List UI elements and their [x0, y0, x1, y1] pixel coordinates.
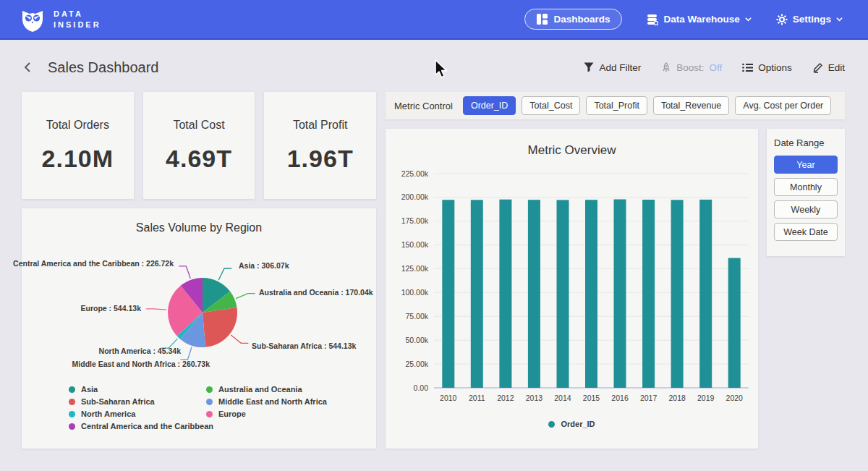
x-tick-label: 2020: [726, 394, 744, 402]
pie-legend-item-middle-east-and-north-africa[interactable]: Middle East and North Africa: [206, 397, 327, 406]
bar-chart-title: Metric Overview: [386, 129, 758, 158]
pie-label-sub-saharan-africa: Sub-Saharan Africa : 544.13k: [252, 341, 356, 350]
pie-legend-item-central-america-and-the-caribbean[interactable]: Central America and the Caribbean: [69, 422, 213, 430]
metric-chip-avg-cost-per-order[interactable]: Avg. Cost per Order: [735, 96, 831, 115]
brand-text: DATA INSIDER: [54, 9, 101, 30]
legend-dot: [206, 411, 213, 417]
bar-2015[interactable]: [585, 200, 597, 388]
pie-label-middle-east-north-africa: Middle East and North Africa : 260.73k: [72, 360, 210, 368]
metric-control-strip: Metric Control Order_ID Total_Cost Total…: [386, 92, 845, 119]
legend-label: North America: [81, 410, 135, 418]
bar-2017[interactable]: [642, 200, 655, 388]
legend-label: Australia and Oceania: [218, 385, 302, 394]
metric-overview-card: Metric Overview 0.0025.00k50.00k75.00k10…: [386, 129, 758, 449]
brand-line1: DATA: [54, 9, 101, 20]
date-range-weekly-button[interactable]: Weekly: [774, 200, 838, 218]
kpi-total-profit: Total Profit 1.96T: [264, 92, 376, 199]
pie-slice-north-america[interactable]: [177, 313, 203, 339]
y-tick-label: 100.00k: [401, 288, 429, 297]
pie-slice-europe[interactable]: [168, 286, 203, 336]
y-tick-label: 225.00k: [401, 169, 429, 178]
y-tick-label: 0.00: [414, 383, 429, 392]
kpi-label: Total Orders: [46, 119, 109, 132]
settings-menu[interactable]: Settings: [776, 14, 843, 25]
sales-volume-by-region-card: Sales Volume by Region Central America a…: [22, 208, 376, 449]
data-warehouse-label: Data Warehouse: [663, 14, 739, 25]
x-tick-label: 2017: [640, 394, 658, 402]
rocket-icon: [661, 62, 671, 73]
metric-chip-order-id[interactable]: Order_ID: [463, 96, 516, 115]
kpi-label: Total Cost: [173, 119, 224, 132]
bar-2014[interactable]: [557, 200, 569, 388]
pie-legend-item-europe[interactable]: Europe: [206, 410, 327, 418]
legend-dot: [69, 411, 75, 417]
back-chevron-icon[interactable]: [22, 61, 35, 74]
pie-slice-sub-saharan-africa[interactable]: [203, 307, 237, 347]
pie-slice-central-america-and-the-caribbean[interactable]: [181, 278, 203, 313]
brand: DATA INSIDER: [20, 7, 101, 33]
legend-dot: [69, 399, 75, 405]
options-button[interactable]: Options: [742, 62, 792, 73]
pie-legend-item-north-america[interactable]: North America: [69, 410, 213, 418]
database-icon: [647, 14, 658, 25]
kpi-row: Total Orders 2.10M Total Cost 4.69T Tota…: [22, 92, 376, 199]
pie-leader-central-america-and-the-caribbean: [179, 266, 190, 279]
bar-2019[interactable]: [699, 200, 712, 388]
pie-label-europe: Europe : 544.13k: [81, 304, 141, 313]
chevron-down-icon: [836, 16, 843, 22]
legend-dot: [69, 423, 75, 430]
data-warehouse-menu[interactable]: Data Warehouse: [647, 14, 751, 25]
dashboards-button[interactable]: Dashboards: [524, 9, 622, 30]
pie-slice-australia-and-oceania[interactable]: [203, 292, 237, 313]
bar-chart: 0.0025.00k50.00k75.00k100.00k125.00k150.…: [389, 164, 754, 418]
metric-control-label: Metric Control: [394, 101, 453, 111]
bar-2020[interactable]: [728, 258, 741, 388]
bar-2012[interactable]: [499, 200, 511, 388]
boost-label: Boost:: [676, 62, 704, 73]
pie-leader-australia-and-oceania: [236, 294, 255, 299]
x-tick-label: 2016: [611, 394, 629, 402]
boost-toggle[interactable]: Boost: Off: [661, 62, 722, 73]
chevron-down-icon: [745, 16, 752, 22]
dashboard-grid-icon: [537, 14, 548, 25]
bar-chart-legend: Order_ID: [386, 420, 758, 428]
x-tick-label: 2015: [583, 394, 600, 402]
add-filter-button[interactable]: Add Filter: [584, 62, 641, 73]
kpi-value: 4.69T: [166, 145, 232, 173]
legend-dot: [69, 386, 75, 393]
edit-pencil-icon: [812, 62, 823, 73]
pie-legend-item-australia-and-oceania[interactable]: Australia and Oceania: [206, 385, 327, 394]
y-tick-label: 150.00k: [401, 240, 429, 249]
edit-button[interactable]: Edit: [812, 62, 845, 73]
pie-slice-asia[interactable]: [203, 278, 230, 313]
x-tick-label: 2018: [668, 394, 686, 402]
metric-chip-total-profit[interactable]: Total_Profit: [586, 96, 647, 115]
pie-legend-item-asia[interactable]: Asia: [69, 385, 213, 394]
y-tick-label: 50.00k: [405, 336, 428, 344]
bar-2016[interactable]: [614, 200, 626, 389]
pie-slice-middle-east-and-north-africa[interactable]: [180, 313, 205, 347]
date-range-monthly-button[interactable]: Monthly: [774, 178, 838, 196]
pie-leader-europe: [146, 309, 166, 310]
metric-chip-total-revenue[interactable]: Total_Revenue: [653, 96, 729, 115]
settings-label: Settings: [793, 14, 831, 25]
pie-label-central-america: Central America and the Caribbean : 226.…: [13, 259, 174, 268]
legend-label: Asia: [81, 385, 98, 394]
pie-legend-column-1: AsiaSub-Saharan AfricaNorth AmericaCentr…: [69, 385, 213, 430]
date-range-week-date-button[interactable]: Week Date: [774, 223, 838, 241]
boost-value: Off: [709, 62, 722, 73]
options-list-icon: [742, 63, 753, 72]
owl-logo-icon: [20, 7, 45, 33]
kpi-label: Total Profit: [293, 119, 348, 132]
metric-chip-total-cost[interactable]: Total_Cost: [522, 96, 580, 115]
bar-2010[interactable]: [442, 200, 454, 388]
date-range-year-button[interactable]: Year: [774, 156, 838, 174]
bar-2018[interactable]: [671, 200, 684, 388]
pie-leader-middle-east-and-north-africa: [181, 347, 192, 360]
bar-2011[interactable]: [471, 200, 483, 388]
pie-chart: [22, 248, 376, 404]
bar-2013[interactable]: [528, 200, 540, 388]
options-label: Options: [758, 62, 792, 73]
pie-legend-item-sub-saharan-africa[interactable]: Sub-Saharan Africa: [69, 397, 213, 406]
pie-label-asia: Asia : 306.07k: [239, 261, 289, 270]
